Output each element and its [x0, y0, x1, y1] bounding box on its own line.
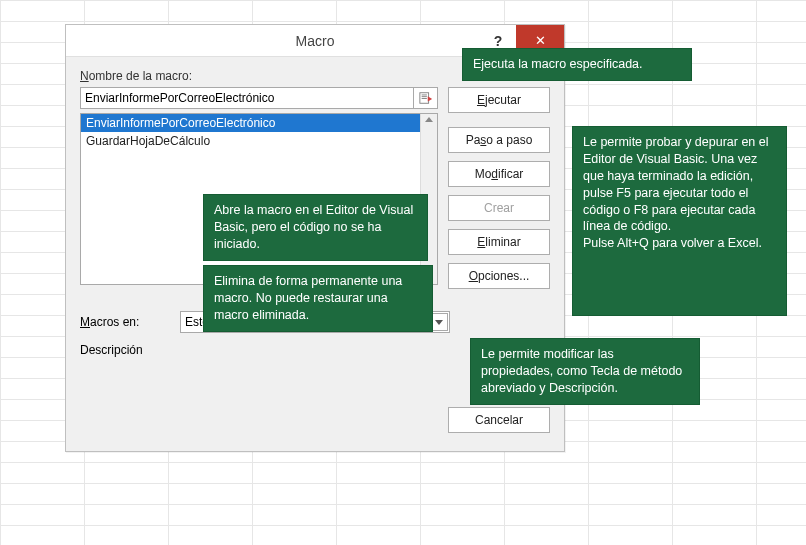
cancel-button[interactable]: Cancelar: [448, 407, 550, 433]
callout-run: Ejecuta la macro especificada.: [462, 48, 692, 81]
callout-modify: Abre la macro en el Editor de Visual Bas…: [203, 194, 428, 261]
list-item[interactable]: GuardarHojaDeCálculo: [81, 132, 437, 150]
macro-name-label: Nombre de la macro:: [80, 69, 438, 83]
svg-rect-1: [421, 95, 426, 96]
options-button[interactable]: Opciones...: [448, 263, 550, 289]
callout-delete: Elimina de forma permanente una macro. N…: [203, 265, 433, 332]
macro-name-input[interactable]: [80, 87, 414, 109]
callout-options: Le permite modificar las propiedades, co…: [470, 338, 700, 405]
callout-step: Le permite probar y depurar en el Editor…: [572, 126, 787, 316]
svg-rect-2: [421, 96, 426, 97]
step-button[interactable]: Paso a paso: [448, 127, 550, 153]
edit-button[interactable]: Modificar: [448, 161, 550, 187]
run-macro-icon[interactable]: [414, 87, 438, 109]
create-button: Crear: [448, 195, 550, 221]
delete-button[interactable]: Eliminar: [448, 229, 550, 255]
run-button[interactable]: Ejecutar: [448, 87, 550, 113]
list-item[interactable]: EnviarInformePorCorreoElectrónico: [81, 114, 437, 132]
svg-rect-3: [421, 98, 426, 99]
macros-in-label: Macros en:: [80, 315, 170, 329]
